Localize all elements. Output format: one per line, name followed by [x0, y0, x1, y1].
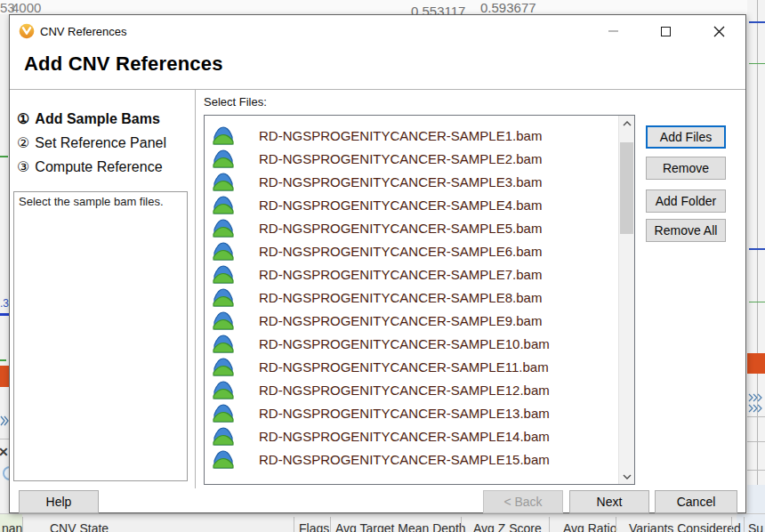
- file-list-item[interactable]: RD-NGSPROGENITYCANCER-SAMPLE11.bam: [205, 355, 618, 378]
- background-green-line: [749, 63, 765, 64]
- back-button[interactable]: < Back: [483, 490, 563, 513]
- file-rows: RD-NGSPROGENITYCANCER-SAMPLE1.bam RD-NGS…: [205, 124, 618, 471]
- step-label: Compute Reference: [35, 159, 162, 175]
- file-list[interactable]: RD-NGSPROGENITYCANCER-SAMPLE1.bam RD-NGS…: [204, 115, 635, 485]
- background-blue-line: [749, 248, 765, 250]
- maximize-button[interactable]: [651, 19, 680, 44]
- background-table-header: nan CNV State Flags Avg Target Mean Dept…: [0, 513, 765, 532]
- column-header: Variants Considered: [629, 521, 741, 532]
- file-list-item[interactable]: RD-NGSPROGENITYCANCER-SAMPLE6.bam: [205, 239, 618, 262]
- file-list-item[interactable]: RD-NGSPROGENITYCANCER-SAMPLE12.bam: [205, 378, 618, 401]
- column-separator: [461, 517, 462, 532]
- file-name: RD-NGSPROGENITYCANCER-SAMPLE8.bam: [259, 290, 542, 305]
- file-name: RD-NGSPROGENITYCANCER-SAMPLE14.bam: [259, 429, 550, 444]
- instruction-text: Select the sample bam files.: [19, 195, 164, 208]
- background-chevrons-icon: [748, 400, 762, 416]
- file-name: RD-NGSPROGENITYCANCER-SAMPLE12.bam: [259, 383, 550, 398]
- scroll-up-icon[interactable]: [619, 116, 635, 131]
- file-list-item[interactable]: RD-NGSPROGENITYCANCER-SAMPLE4.bam: [205, 193, 618, 216]
- file-list-item[interactable]: RD-NGSPROGENITYCANCER-SAMPLE1.bam: [205, 124, 618, 147]
- file-name: RD-NGSPROGENITYCANCER-SAMPLE5.bam: [259, 221, 542, 236]
- background-green-line: [0, 359, 6, 361]
- column-separator: [744, 517, 745, 532]
- bam-file-icon: [213, 380, 234, 399]
- add-folder-button[interactable]: Add Folder: [646, 189, 726, 213]
- screen: 53 4000 0.553117 0.593677 .3 ✕ nan CNV S…: [0, 0, 765, 532]
- file-name: RD-NGSPROGENITYCANCER-SAMPLE7.bam: [259, 267, 542, 282]
- file-list-item[interactable]: RD-NGSPROGENITYCANCER-SAMPLE9.bam: [205, 309, 618, 332]
- file-list-item[interactable]: RD-NGSPROGENITYCANCER-SAMPLE10.bam: [205, 332, 618, 355]
- file-list-item[interactable]: RD-NGSPROGENITYCANCER-SAMPLE2.bam: [205, 147, 618, 170]
- remove-button[interactable]: Remove: [646, 157, 726, 180]
- dialog-titlebar[interactable]: CNV References: [10, 15, 745, 48]
- maximize-icon: [661, 27, 671, 36]
- next-button[interactable]: Next: [569, 490, 649, 513]
- file-list-item[interactable]: RD-NGSPROGENITYCANCER-SAMPLE14.bam: [205, 424, 618, 447]
- bam-file-icon: [213, 334, 234, 353]
- column-header: Avg Ratio: [563, 521, 616, 532]
- background-divider: [0, 439, 9, 439]
- background-right-strip: [747, 0, 765, 532]
- file-name: RD-NGSPROGENITYCANCER-SAMPLE4.bam: [259, 197, 542, 213]
- wizard-step-compute-reference: ③ Compute Reference: [17, 155, 193, 179]
- bam-file-icon: [213, 195, 234, 214]
- file-list-item[interactable]: RD-NGSPROGENITYCANCER-SAMPLE13.bam: [205, 401, 618, 424]
- background-orange-row: [0, 366, 9, 387]
- column-separator: [549, 517, 550, 532]
- file-name: RD-NGSPROGENITYCANCER-SAMPLE2.bam: [259, 151, 542, 166]
- column-separator: [22, 517, 23, 532]
- column-separator: [616, 517, 616, 532]
- scroll-down-icon[interactable]: [619, 469, 635, 484]
- file-list-item[interactable]: RD-NGSPROGENITYCANCER-SAMPLE7.bam: [205, 262, 618, 286]
- help-button[interactable]: Help: [19, 490, 99, 513]
- step-label: Set Reference Panel: [35, 135, 166, 151]
- wizard-steps: ① Add Sample Bams ② Set Reference Panel …: [17, 107, 193, 179]
- file-list-item[interactable]: RD-NGSPROGENITYCANCER-SAMPLE15.bam: [205, 447, 618, 471]
- background-blue-line: [749, 21, 765, 23]
- minimize-button[interactable]: [599, 19, 627, 44]
- bam-file-icon: [213, 287, 234, 307]
- scrollbar-thumb[interactable]: [620, 142, 633, 234]
- column-header: Flags: [299, 521, 329, 532]
- step-number-icon: ①: [17, 110, 29, 127]
- wizard-step-add-sample-bams: ① Add Sample Bams: [17, 107, 193, 131]
- file-name: RD-NGSPROGENITYCANCER-SAMPLE6.bam: [259, 244, 542, 259]
- background-close-icon: ✕: [0, 445, 9, 459]
- remove-all-button[interactable]: Remove All: [646, 219, 726, 242]
- background-left-strip: .3 ✕: [0, 14, 9, 513]
- cancel-button[interactable]: Cancel: [655, 490, 737, 513]
- column-separator: [731, 517, 732, 532]
- step-instruction-box: Select the sample bam files.: [13, 191, 188, 481]
- file-name: RD-NGSPROGENITYCANCER-SAMPLE9.bam: [259, 313, 542, 328]
- background-divider: [747, 441, 765, 442]
- wizard-step-set-reference-panel: ② Set Reference Panel: [17, 131, 193, 155]
- file-list-item[interactable]: RD-NGSPROGENITYCANCER-SAMPLE5.bam: [205, 216, 618, 239]
- bam-file-icon: [213, 264, 234, 284]
- file-name: RD-NGSPROGENITYCANCER-SAMPLE10.bam: [259, 336, 550, 351]
- close-button[interactable]: [705, 19, 733, 44]
- file-name: RD-NGSPROGENITYCANCER-SAMPLE15.bam: [259, 452, 550, 467]
- file-list-item[interactable]: RD-NGSPROGENITYCANCER-SAMPLE8.bam: [205, 286, 618, 309]
- bam-file-icon: [213, 426, 234, 446]
- column-header: Su: [748, 521, 763, 532]
- background-blue-line: [0, 313, 9, 316]
- divider: [10, 89, 745, 90]
- bam-file-icon: [213, 357, 234, 376]
- background-value-fragment: 0.593677: [480, 0, 536, 15]
- column-separator: [330, 517, 331, 532]
- bam-file-icon: [213, 125, 234, 145]
- background-orange-row: [747, 353, 765, 374]
- add-files-button[interactable]: Add Files: [646, 125, 726, 149]
- bam-file-icon: [213, 218, 234, 238]
- file-list-item[interactable]: RD-NGSPROGENITYCANCER-SAMPLE3.bam: [205, 170, 618, 193]
- column-header: Avg Target Mean Depth: [335, 521, 466, 532]
- step-number-icon: ②: [17, 134, 29, 151]
- column-header: Avg Z Score: [473, 521, 542, 532]
- bam-file-icon: [213, 403, 234, 423]
- column-header: CNV State: [50, 521, 109, 532]
- bam-file-icon: [213, 172, 234, 191]
- step-label: Add Sample Bams: [35, 111, 159, 127]
- bam-file-icon: [213, 241, 234, 261]
- scrollbar[interactable]: [618, 116, 634, 484]
- background-divider: [747, 470, 765, 471]
